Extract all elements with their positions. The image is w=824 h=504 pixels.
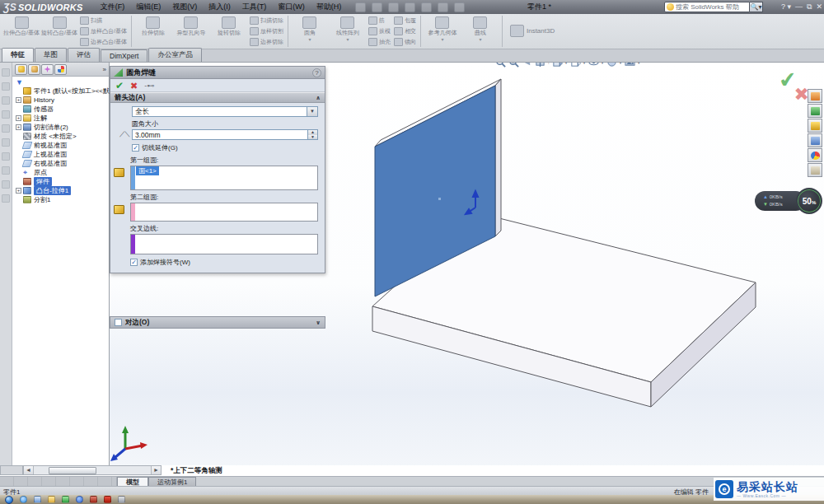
fillet-button[interactable]: 圆角▾ (291, 15, 329, 48)
curves-button[interactable]: 曲线▾ (461, 15, 499, 48)
collapse-icon[interactable]: ∧ (316, 95, 321, 101)
tree-item-front-plane[interactable]: 前视基准面 (12, 141, 109, 150)
tree-item-history[interactable]: +History (12, 96, 109, 105)
fillet-size-input[interactable]: ⟋⟍ 3.00mm ▲ ▼ (132, 129, 318, 140)
boundary-cut-button[interactable]: 边界切除 (250, 38, 283, 46)
add-weld-symbol-checkbox[interactable]: ✓ 添加焊接符号(W) (130, 254, 320, 268)
print-icon[interactable] (405, 2, 415, 12)
browser-taskbar-icon[interactable] (76, 496, 83, 503)
pm-help-button[interactable]: ? (312, 68, 321, 77)
left-tool-icon[interactable] (2, 138, 10, 147)
instant3d-button[interactable]: Instant3D (505, 15, 559, 48)
new-icon[interactable] (355, 2, 366, 12)
left-tool-icon[interactable] (2, 166, 10, 175)
save-icon[interactable] (388, 2, 399, 12)
previous-view-icon[interactable] (522, 63, 532, 68)
group1-selection-box[interactable]: 面<1> (130, 166, 318, 190)
filter-icon[interactable]: ▼ (16, 78, 25, 86)
hide-show-items-icon[interactable] (588, 63, 599, 68)
expand-icon[interactable]: ∨ (316, 320, 321, 326)
tab-model[interactable]: 模型 (117, 477, 148, 486)
tree-item-sensors[interactable]: 传感器 (12, 105, 109, 114)
tree-item-material[interactable]: 材质 <未指定> (12, 132, 109, 141)
scroll-right-icon[interactable]: ► (151, 466, 161, 474)
draft-button[interactable]: 拔模 (368, 27, 391, 35)
scroll-left-icon[interactable]: ◄ (24, 466, 34, 474)
zoom-area-icon[interactable] (508, 63, 519, 68)
weld-length-select[interactable]: 全长 ▼ (132, 106, 318, 117)
acrobat-taskbar-icon[interactable] (90, 496, 97, 503)
model-plate-right-face[interactable] (495, 79, 501, 236)
scroll-thumb[interactable] (49, 467, 96, 474)
dreamweaver-taskbar-icon[interactable] (104, 496, 111, 503)
swept-boss-button[interactable]: 扫描 (80, 16, 127, 25)
undo-icon[interactable] (421, 2, 432, 12)
tree-item-annotations[interactable]: +注解 (12, 114, 109, 123)
boundary-boss-button[interactable]: 边界凸台/基体 (80, 38, 127, 46)
tab-features[interactable]: 特征 (2, 48, 34, 62)
green-app-taskbar-icon[interactable] (62, 496, 69, 503)
minimize-button[interactable]: — (795, 1, 803, 12)
close-button[interactable]: ✕ (816, 1, 822, 12)
menu-file[interactable]: 文件(F) (95, 0, 131, 14)
file-explorer-button[interactable] (808, 119, 822, 133)
tangent-propagation-checkbox[interactable]: ✓ 切线延伸(G) (132, 140, 320, 153)
open-icon[interactable] (372, 2, 382, 12)
explorer-taskbar-icon[interactable] (34, 496, 41, 503)
menu-tools[interactable]: 工具(T) (236, 0, 273, 14)
propertymanager-tab-button[interactable] (28, 64, 40, 75)
checkbox-checked-icon[interactable]: ✓ (132, 144, 139, 152)
edges-selection-box[interactable] (130, 234, 318, 254)
rib-button[interactable]: 筋 (368, 16, 391, 25)
design-library-button[interactable] (808, 104, 822, 118)
mirror-button[interactable]: 镜向 (394, 38, 416, 46)
restore-button[interactable]: ⧉ (807, 1, 812, 12)
gray-app-taskbar-icon[interactable] (118, 496, 125, 503)
swept-cut-button[interactable]: 扫描切除 (250, 16, 283, 25)
tree-item-cutlist[interactable]: +切割清单(2) (12, 123, 109, 132)
arrow-side-section-header[interactable]: 箭头边(A) ∧ (110, 92, 325, 103)
tree-root[interactable]: 零件1 (默认<按加工><<默认 (12, 86, 109, 96)
spin-down-icon[interactable]: ▼ (307, 135, 317, 140)
edit-appearance-icon[interactable] (606, 63, 617, 68)
tree-item-weldment[interactable]: 焊件 (12, 177, 109, 186)
checkbox-checked-icon[interactable]: ✓ (130, 259, 138, 266)
view-settings-icon[interactable] (625, 63, 635, 68)
left-tool-icon[interactable] (2, 96, 10, 105)
view-orientation-icon[interactable] (552, 63, 563, 68)
usage-ball[interactable]: 50% (796, 188, 822, 214)
other-side-section-header[interactable]: 对边(O) ∨ (110, 316, 325, 329)
lofted-boss-button[interactable]: 放样凸台/基体 (80, 27, 127, 35)
search-input[interactable]: 搜索 SolidWorks 帮助 (664, 2, 750, 12)
pm-pin-button[interactable]: -⊷ (144, 82, 154, 90)
zoom-fit-icon[interactable] (495, 63, 506, 68)
menu-window[interactable]: 窗口(W) (272, 0, 311, 14)
left-tool-icon[interactable] (2, 180, 10, 189)
tab-office-products[interactable]: 办公室产品 (148, 48, 202, 62)
folder-taskbar-icon[interactable] (48, 496, 55, 503)
featuremanager-tab-button[interactable] (15, 64, 27, 75)
tab-dimxpert[interactable]: DimXpert (101, 49, 147, 62)
left-tool-icon[interactable] (2, 152, 10, 161)
tab-scroll-buttons[interactable] (0, 477, 117, 486)
tab-motion-study[interactable]: 运动算例1 (148, 477, 196, 486)
tab-evaluate[interactable]: 评估 (68, 48, 100, 62)
shell-button[interactable]: 抽壳 (368, 38, 391, 46)
section-view-icon[interactable] (535, 63, 545, 68)
tab-sketch[interactable]: 草图 (35, 48, 67, 62)
menu-help[interactable]: 帮助(H) (311, 0, 348, 14)
menu-insert[interactable]: 插入(I) (203, 0, 236, 14)
tree-header-more-button[interactable]: » (103, 66, 106, 73)
custom-properties-button[interactable] (808, 163, 822, 177)
search-button[interactable]: 🔍▾ (750, 2, 763, 12)
help-menu-button[interactable]: ? ▾ (781, 1, 791, 12)
pm-cancel-button[interactable]: ✖ (130, 80, 138, 91)
left-tool-icon[interactable] (2, 68, 10, 77)
intersect-button[interactable]: 相交 (394, 27, 416, 35)
dimxpertmanager-tab-button[interactable] (54, 64, 67, 75)
start-button[interactable] (5, 496, 13, 504)
linear-pattern-button[interactable]: 线性阵列▾ (329, 15, 367, 48)
horizontal-scrollbar[interactable]: ◄ ► (23, 465, 162, 475)
menu-view[interactable]: 视图(V) (166, 0, 203, 14)
dropdown-caret-icon[interactable]: ▼ (307, 107, 317, 116)
